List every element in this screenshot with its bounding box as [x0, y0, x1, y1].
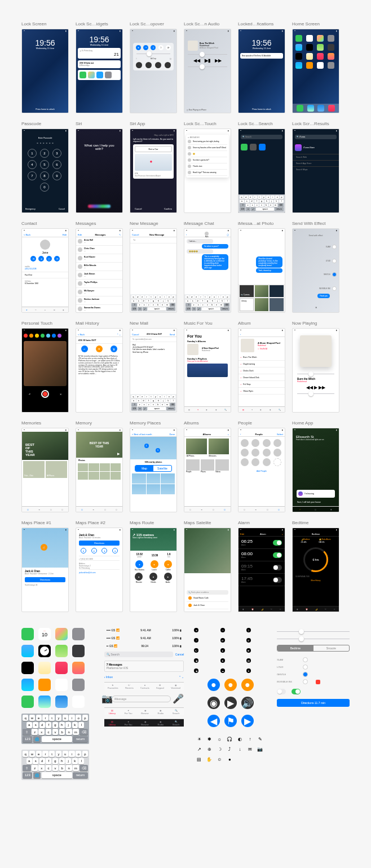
key-g[interactable]: g: [52, 722, 58, 728]
key-p[interactable]: p: [226, 295, 229, 299]
play-button[interactable]: ▶: [117, 451, 120, 455]
app-settings[interactable]: [328, 62, 334, 69]
key-v[interactable]: v: [52, 765, 59, 771]
back-button[interactable]: ‹ Inbox: [104, 675, 113, 679]
key-r[interactable]: r: [42, 715, 48, 721]
key-w[interactable]: w: [136, 395, 140, 398]
key-q[interactable]: q: [131, 295, 135, 299]
app-video[interactable]: [328, 44, 334, 51]
key-x[interactable]: x: [38, 765, 45, 771]
key-i[interactable]: i: [69, 715, 74, 721]
keypad-2[interactable]: 2: [40, 149, 49, 158]
app-notes[interactable]: [306, 53, 313, 60]
key-o[interactable]: o: [167, 395, 171, 398]
appicon-cal[interactable]: —10: [38, 628, 51, 640]
keypad-0[interactable]: 0: [40, 183, 49, 192]
key-e[interactable]: e: [140, 395, 144, 398]
key-e[interactable]: e: [140, 295, 144, 299]
keypad-1[interactable]: 1: [28, 149, 37, 158]
key-e[interactable]: e: [249, 196, 253, 199]
key-i[interactable]: i: [162, 295, 166, 299]
key-c[interactable]: c: [201, 303, 205, 307]
keypad-7[interactable]: 7: [28, 171, 37, 180]
key-g[interactable]: g: [151, 399, 156, 402]
key-v[interactable]: v: [205, 303, 209, 307]
key-z[interactable]: z: [192, 303, 196, 307]
effect-GENTLE[interactable]: [332, 272, 337, 277]
key-i[interactable]: i: [162, 395, 166, 398]
key-d[interactable]: d: [142, 299, 146, 303]
key-u[interactable]: u: [212, 295, 216, 299]
key-t[interactable]: t: [149, 295, 153, 299]
key-g[interactable]: g: [205, 299, 210, 303]
key-u[interactable]: u: [158, 295, 162, 299]
appicon-notes[interactable]: [38, 662, 51, 674]
key-w[interactable]: w: [190, 295, 194, 299]
key-b[interactable]: b: [59, 765, 65, 771]
key-a[interactable]: a: [26, 722, 32, 728]
appicon-mail[interactable]: [55, 696, 68, 708]
key-c[interactable]: c: [46, 765, 52, 771]
toggle-off[interactable]: [277, 689, 286, 694]
key-n[interactable]: n: [66, 729, 72, 735]
key-y[interactable]: y: [154, 395, 158, 398]
keypad-9[interactable]: 9: [52, 171, 61, 180]
key-o[interactable]: o: [76, 751, 81, 757]
key-f[interactable]: f: [146, 299, 151, 303]
app-wallet[interactable]: [295, 53, 302, 60]
key-x[interactable]: x: [250, 203, 254, 207]
key-l[interactable]: l: [78, 758, 84, 764]
cancel-button[interactable]: Cancel: [59, 208, 65, 210]
dnd-toggle[interactable]: ☽: [158, 45, 164, 50]
keypad-4[interactable]: 4: [28, 160, 37, 169]
key-b[interactable]: b: [156, 403, 160, 406]
key-e[interactable]: e: [195, 295, 198, 299]
key-h[interactable]: h: [156, 399, 161, 402]
key-x[interactable]: x: [142, 303, 146, 307]
key-q[interactable]: q: [23, 715, 28, 721]
key-t[interactable]: t: [49, 715, 55, 721]
key-y[interactable]: y: [208, 295, 212, 299]
key-p[interactable]: p: [82, 751, 88, 757]
toggle-on[interactable]: [292, 689, 301, 694]
key-x[interactable]: x: [142, 403, 146, 406]
keypad-6[interactable]: 6: [52, 160, 61, 169]
key-m[interactable]: m: [73, 765, 79, 771]
app-weather[interactable]: [295, 44, 302, 51]
key-n[interactable]: n: [161, 403, 165, 406]
appicon-safari[interactable]: [38, 696, 51, 708]
key-b[interactable]: b: [59, 729, 65, 735]
appicon-health[interactable]: [55, 679, 68, 691]
conversation-row[interactable]: Billie Wasula—: [76, 263, 122, 271]
key-q[interactable]: q: [131, 395, 135, 398]
key-i[interactable]: i: [271, 196, 275, 199]
bt-toggle[interactable]: ᛒ: [151, 45, 156, 50]
key-f[interactable]: f: [46, 722, 51, 728]
key-o[interactable]: o: [275, 196, 279, 199]
key-k[interactable]: k: [166, 399, 170, 402]
key-s[interactable]: s: [245, 200, 249, 203]
key-k[interactable]: k: [220, 299, 224, 303]
directions-pill[interactable]: Directions 11.7 min: [277, 699, 350, 707]
app-safari[interactable]: [307, 105, 314, 112]
app-books[interactable]: [306, 62, 313, 69]
conversation-row[interactable]: Kurt Klavier—: [76, 254, 122, 263]
key-r[interactable]: r: [42, 751, 48, 757]
key-s[interactable]: s: [136, 399, 141, 402]
key-u[interactable]: u: [266, 196, 270, 199]
key-v[interactable]: v: [151, 403, 155, 406]
appicon-maps[interactable]: [55, 645, 68, 657]
key-q[interactable]: q: [23, 751, 28, 757]
key-t[interactable]: t: [204, 295, 207, 299]
camera-tile[interactable]: 📷 Camera: [240, 285, 254, 297]
key-c[interactable]: c: [147, 403, 151, 406]
key-d[interactable]: d: [196, 299, 200, 303]
category-Coffee[interactable]: ●: [241, 679, 254, 691]
key-v[interactable]: v: [151, 303, 155, 307]
app-clock[interactable]: [306, 44, 313, 51]
conversation-row[interactable]: Darrius Jackson—: [76, 296, 122, 305]
conversation-row[interactable]: Mk Sawyer—: [76, 288, 122, 296]
app-maps[interactable]: [317, 44, 324, 51]
app-msg[interactable]: [295, 35, 302, 42]
key-l[interactable]: l: [78, 722, 84, 728]
